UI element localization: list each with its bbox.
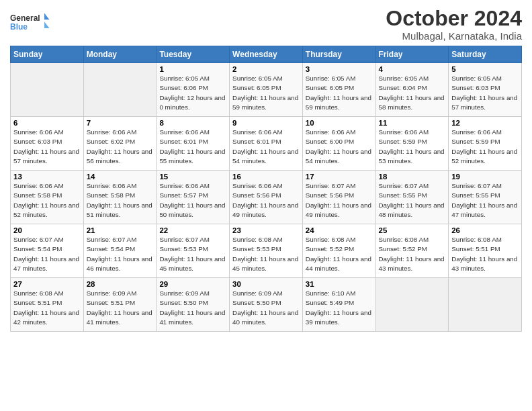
day-header-saturday: Saturday [449,46,522,63]
day-info: Sunrise: 6:06 AM Sunset: 6:01 PM Dayligh… [232,128,300,166]
day-number: 2 [232,65,300,73]
day-info: Sunrise: 6:05 AM Sunset: 6:05 PM Dayligh… [232,74,300,112]
day-number: 22 [159,226,226,234]
day-number: 17 [306,173,373,181]
day-info: Sunrise: 6:09 AM Sunset: 5:51 PM Dayligh… [87,289,154,327]
day-number: 9 [232,119,300,127]
day-number: 23 [232,226,300,234]
day-number: 1 [159,65,226,73]
day-number: 20 [13,226,81,234]
logo-svg: General Blue [10,7,50,37]
calendar-cell: 4Sunrise: 6:05 AM Sunset: 6:04 PM Daylig… [375,63,449,117]
day-number: 7 [87,119,154,127]
day-number: 14 [87,173,154,181]
day-number: 28 [87,280,154,288]
calendar-cell: 12Sunrise: 6:06 AM Sunset: 5:59 PM Dayli… [449,117,522,171]
calendar-cell [11,63,84,117]
day-info: Sunrise: 6:09 AM Sunset: 5:50 PM Dayligh… [159,289,226,327]
day-number: 12 [451,119,519,127]
day-number: 11 [379,119,446,127]
calendar-cell: 7Sunrise: 6:06 AM Sunset: 6:02 PM Daylig… [83,117,157,171]
day-info: Sunrise: 6:08 AM Sunset: 5:53 PM Dayligh… [232,235,300,273]
calendar-cell: 15Sunrise: 6:06 AM Sunset: 5:57 PM Dayli… [157,171,230,224]
calendar-week-2: 6Sunrise: 6:06 AM Sunset: 6:03 PM Daylig… [11,117,522,171]
calendar-week-1: 1Sunrise: 6:05 AM Sunset: 6:06 PM Daylig… [11,63,522,117]
calendar-cell: 23Sunrise: 6:08 AM Sunset: 5:53 PM Dayli… [230,224,303,278]
day-number: 13 [13,173,81,181]
svg-marker-3 [44,21,50,28]
day-number: 5 [451,65,519,73]
calendar-cell: 5Sunrise: 6:05 AM Sunset: 6:03 PM Daylig… [449,63,522,117]
logo: General Blue [10,7,50,37]
day-info: Sunrise: 6:05 AM Sunset: 6:06 PM Dayligh… [159,74,226,112]
calendar-cell: 1Sunrise: 6:05 AM Sunset: 6:06 PM Daylig… [157,63,230,117]
day-number: 30 [232,280,300,288]
day-header-sunday: Sunday [11,46,84,63]
calendar-cell: 8Sunrise: 6:06 AM Sunset: 6:01 PM Daylig… [157,117,230,171]
day-header-friday: Friday [375,46,449,63]
day-number: 19 [451,173,519,181]
calendar-cell: 6Sunrise: 6:06 AM Sunset: 6:03 PM Daylig… [11,117,84,171]
calendar-cell: 11Sunrise: 6:06 AM Sunset: 5:59 PM Dayli… [375,117,449,171]
calendar-cell: 21Sunrise: 6:07 AM Sunset: 5:54 PM Dayli… [83,224,157,278]
calendar-week-3: 13Sunrise: 6:06 AM Sunset: 5:58 PM Dayli… [11,171,522,224]
header: General Blue October 2024 Mulbagal, Karn… [10,7,522,42]
day-info: Sunrise: 6:05 AM Sunset: 6:05 PM Dayligh… [306,74,373,112]
day-info: Sunrise: 6:07 AM Sunset: 5:56 PM Dayligh… [306,181,373,220]
calendar-header-row: SundayMondayTuesdayWednesdayThursdayFrid… [11,46,522,63]
calendar-cell: 24Sunrise: 6:08 AM Sunset: 5:52 PM Dayli… [302,224,375,278]
svg-text:Blue: Blue [10,22,28,32]
day-info: Sunrise: 6:05 AM Sunset: 6:03 PM Dayligh… [451,74,519,112]
calendar-cell: 30Sunrise: 6:09 AM Sunset: 5:50 PM Dayli… [230,278,303,332]
calendar-cell: 28Sunrise: 6:09 AM Sunset: 5:51 PM Dayli… [83,278,157,332]
day-info: Sunrise: 6:06 AM Sunset: 5:59 PM Dayligh… [379,128,446,166]
day-number: 18 [379,173,446,181]
calendar-cell: 10Sunrise: 6:06 AM Sunset: 6:00 PM Dayli… [302,117,375,171]
day-number: 26 [451,226,519,234]
day-info: Sunrise: 6:08 AM Sunset: 5:52 PM Dayligh… [379,235,446,273]
calendar-cell: 25Sunrise: 6:08 AM Sunset: 5:52 PM Dayli… [375,224,449,278]
calendar-cell: 16Sunrise: 6:06 AM Sunset: 5:56 PM Dayli… [230,171,303,224]
day-number: 16 [232,173,300,181]
day-info: Sunrise: 6:08 AM Sunset: 5:51 PM Dayligh… [451,235,519,273]
calendar-table: SundayMondayTuesdayWednesdayThursdayFrid… [10,46,522,332]
day-header-tuesday: Tuesday [157,46,230,63]
day-info: Sunrise: 6:06 AM Sunset: 5:58 PM Dayligh… [87,181,154,220]
calendar-cell: 3Sunrise: 6:05 AM Sunset: 6:05 PM Daylig… [302,63,375,117]
day-info: Sunrise: 6:09 AM Sunset: 5:50 PM Dayligh… [232,289,300,327]
day-number: 25 [379,226,446,234]
day-info: Sunrise: 6:10 AM Sunset: 5:49 PM Dayligh… [306,289,373,327]
calendar-cell [375,278,449,332]
day-number: 24 [306,226,373,234]
calendar-cell [449,278,522,332]
day-info: Sunrise: 6:07 AM Sunset: 5:53 PM Dayligh… [159,235,226,273]
day-number: 6 [13,119,81,127]
calendar-cell: 27Sunrise: 6:08 AM Sunset: 5:51 PM Dayli… [11,278,84,332]
day-info: Sunrise: 6:06 AM Sunset: 5:58 PM Dayligh… [13,181,81,220]
day-info: Sunrise: 6:08 AM Sunset: 5:52 PM Dayligh… [306,235,373,273]
calendar-cell: 22Sunrise: 6:07 AM Sunset: 5:53 PM Dayli… [157,224,230,278]
day-number: 10 [306,119,373,127]
calendar-cell [83,63,157,117]
day-info: Sunrise: 6:08 AM Sunset: 5:51 PM Dayligh… [13,289,81,327]
day-number: 31 [306,280,373,288]
day-info: Sunrise: 6:06 AM Sunset: 6:03 PM Dayligh… [13,128,81,166]
day-info: Sunrise: 6:06 AM Sunset: 6:00 PM Dayligh… [306,128,373,166]
calendar-cell: 26Sunrise: 6:08 AM Sunset: 5:51 PM Dayli… [449,224,522,278]
day-info: Sunrise: 6:06 AM Sunset: 6:02 PM Dayligh… [87,128,154,166]
day-info: Sunrise: 6:07 AM Sunset: 5:54 PM Dayligh… [87,235,154,273]
calendar-cell: 2Sunrise: 6:05 AM Sunset: 6:05 PM Daylig… [230,63,303,117]
calendar-cell: 19Sunrise: 6:07 AM Sunset: 5:55 PM Dayli… [449,171,522,224]
day-info: Sunrise: 6:07 AM Sunset: 5:54 PM Dayligh… [13,235,81,273]
day-info: Sunrise: 6:07 AM Sunset: 5:55 PM Dayligh… [379,181,446,220]
calendar-cell: 18Sunrise: 6:07 AM Sunset: 5:55 PM Dayli… [375,171,449,224]
calendar-cell: 14Sunrise: 6:06 AM Sunset: 5:58 PM Dayli… [83,171,157,224]
calendar-container: General Blue October 2024 Mulbagal, Karn… [0,0,532,338]
calendar-cell: 13Sunrise: 6:06 AM Sunset: 5:58 PM Dayli… [11,171,84,224]
day-number: 27 [13,280,81,288]
day-number: 8 [159,119,226,127]
svg-text:General: General [10,13,40,23]
day-info: Sunrise: 6:06 AM Sunset: 5:56 PM Dayligh… [232,181,300,220]
day-number: 29 [159,280,226,288]
day-info: Sunrise: 6:06 AM Sunset: 6:01 PM Dayligh… [159,128,226,166]
